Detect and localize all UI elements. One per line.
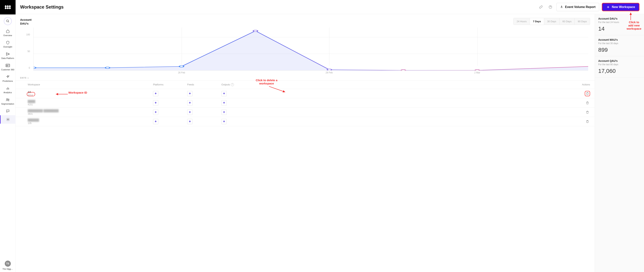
col-feeds: Feeds: [187, 83, 222, 86]
delete-workspace-button[interactable]: [585, 91, 590, 96]
page-title: Workspace Settings: [20, 4, 64, 10]
event-volume-report-button[interactable]: Event Volume Report: [556, 3, 599, 11]
gear-icon: [6, 117, 10, 122]
workspace-id: 3631: [28, 113, 153, 115]
workspace-name: ██████: [28, 118, 153, 121]
range-tab-60d[interactable]: 60 Days: [559, 18, 575, 25]
workspace-name: ████: [28, 100, 153, 103]
workspace-name: ████████ ████████: [28, 109, 153, 112]
range-tab-90d[interactable]: 90 Days: [574, 18, 590, 25]
svg-marker-4: [7, 7, 9, 9]
svg-rect-11: [6, 64, 10, 67]
col-workspace: Workspace: [20, 83, 153, 86]
svg-point-16: [6, 99, 8, 100]
stats-sidebar: Account DAU's For the last 24 hours 14 A…: [595, 14, 644, 272]
shield-icon: [6, 40, 10, 45]
nav-oversight[interactable]: Oversight: [0, 38, 16, 50]
table-row[interactable]: 1A4014+++: [16, 89, 595, 98]
nav-analytics[interactable]: Analytics: [0, 84, 16, 95]
svg-point-22: [179, 66, 184, 67]
range-tab-24h[interactable]: 24 Hours: [514, 18, 530, 25]
add-feeds-button[interactable]: +: [187, 100, 192, 105]
add-outputs-button[interactable]: +: [222, 109, 227, 115]
download-icon: [560, 5, 563, 9]
svg-point-21: [105, 67, 110, 68]
stat-dau: Account DAU's For the last 24 hours 14: [595, 14, 644, 35]
add-feeds-button[interactable]: +: [187, 91, 192, 96]
home-icon: [6, 29, 10, 34]
chart-axis-label: DAYS ▸: [20, 77, 590, 79]
chart-title: Account DAU's: [20, 18, 32, 26]
link-icon-button[interactable]: [538, 4, 544, 11]
chevron-right-icon: ▸: [28, 77, 29, 79]
svg-point-20: [34, 67, 36, 68]
people-icon: [6, 97, 10, 102]
stat-qau: Account QAU's For the last 90 days 17,06…: [595, 56, 644, 77]
search-button[interactable]: [4, 17, 12, 25]
svg-point-12: [7, 65, 8, 66]
svg-point-24: [327, 69, 332, 70]
delete-workspace-button[interactable]: [585, 119, 590, 124]
svg-line-7: [8, 22, 9, 22]
svg-point-18: [8, 119, 8, 120]
svg-marker-3: [4, 7, 7, 9]
svg-marker-5: [9, 7, 11, 9]
help-icon[interactable]: ?: [231, 83, 234, 86]
delete-workspace-button[interactable]: [585, 109, 590, 115]
col-actions: Actions: [571, 83, 590, 86]
sparkle-icon: [6, 75, 10, 79]
svg-point-8: [6, 53, 7, 54]
add-platforms-button[interactable]: +: [153, 119, 158, 124]
svg-point-25: [401, 70, 406, 70]
add-feeds-button[interactable]: +: [187, 109, 192, 115]
nav-feedback[interactable]: [0, 107, 16, 115]
left-rail: Overview Oversight Data Platform Custome…: [0, 0, 16, 272]
col-outputs: Outputs?: [222, 83, 256, 86]
svg-point-10: [8, 54, 9, 54]
svg-point-26: [475, 70, 480, 70]
col-platforms: Platforms: [153, 83, 187, 86]
add-platforms-button[interactable]: +: [153, 109, 158, 115]
add-outputs-button[interactable]: +: [222, 100, 227, 105]
add-outputs-button[interactable]: +: [222, 119, 227, 124]
nav-settings[interactable]: [0, 115, 16, 124]
brand-logo[interactable]: [0, 0, 16, 15]
nodes-icon: [6, 52, 10, 56]
chart-body: 0 50 100 26 Feb28 Feb2 Mar: [20, 28, 590, 75]
nav-predictions[interactable]: Predictions: [0, 73, 16, 84]
add-feeds-button[interactable]: +: [187, 119, 192, 124]
workspace-id: 4151: [28, 103, 153, 106]
workspace-id: 4014: [28, 94, 153, 97]
bars-icon: [6, 86, 10, 90]
nav-data-platform[interactable]: Data Platform: [0, 50, 16, 61]
nav-segmentation[interactable]: Segmentation: [0, 95, 16, 107]
table-row[interactable]: ██████105+++: [16, 117, 595, 126]
range-tab-30d[interactable]: 30 Days: [544, 18, 559, 25]
svg-point-6: [6, 20, 8, 22]
chat-icon: [6, 109, 10, 113]
user-avatar[interactable]: TS: [5, 260, 11, 267]
help-icon-button[interactable]: [547, 4, 554, 11]
svg-point-23: [253, 30, 258, 32]
nav-overview[interactable]: Overview: [0, 27, 16, 38]
plus-icon: ＋: [606, 4, 610, 10]
nav-customer-360[interactable]: Customer 360: [0, 61, 16, 73]
stat-mau: Account MAU's For the last 30 days 899: [595, 35, 644, 56]
add-platforms-button[interactable]: +: [153, 91, 158, 96]
add-platforms-button[interactable]: +: [153, 100, 158, 105]
chart-panel: Account DAU's 24 Hours 7 Days 30 Days 60…: [16, 14, 595, 80]
top-bar: Workspace Settings Event Volume Report ＋…: [16, 0, 644, 14]
svg-point-17: [8, 99, 9, 100]
delete-workspace-button[interactable]: [585, 100, 590, 105]
workspace-id: 105: [28, 122, 153, 124]
table-row[interactable]: ████4151+++: [16, 98, 595, 108]
user-name: The Higg…: [2, 268, 13, 270]
range-tab-7d[interactable]: 7 Days: [530, 18, 544, 25]
idcard-icon: [6, 63, 10, 68]
workspace-table: Workspace Platforms Feeds Outputs? Actio…: [16, 80, 595, 272]
table-row[interactable]: ████████ ████████3631+++: [16, 108, 595, 117]
add-outputs-button[interactable]: +: [222, 91, 227, 96]
new-workspace-button[interactable]: ＋ New Workspace: [602, 3, 640, 11]
workspace-name: 1A: [28, 90, 153, 94]
svg-point-9: [6, 55, 7, 55]
